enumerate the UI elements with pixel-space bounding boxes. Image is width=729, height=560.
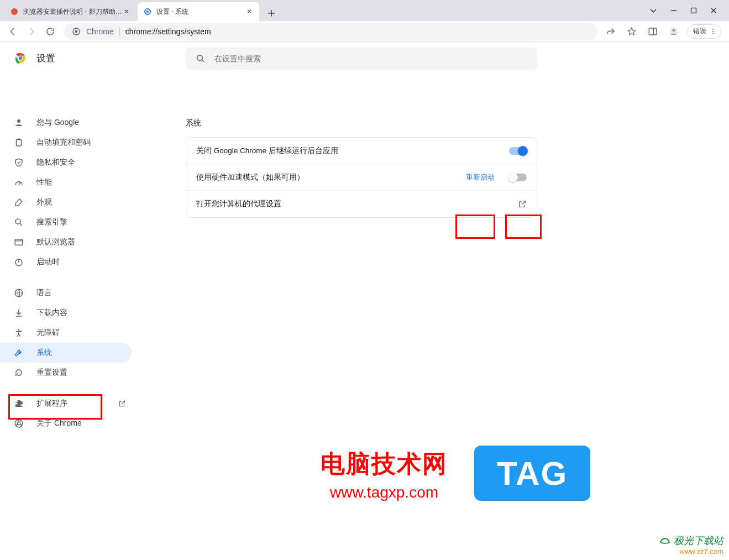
sidebar-item-label: 语言 (36, 288, 52, 298)
search-icon (196, 54, 206, 64)
restart-link[interactable]: 重新启动 (466, 172, 495, 182)
svg-rect-17 (17, 139, 22, 146)
watermark-line1: 电脑技术网 (321, 448, 448, 480)
wrench-icon (13, 348, 24, 358)
search-icon (13, 217, 24, 227)
sidepanel-icon[interactable] (645, 24, 660, 39)
puzzle-icon (13, 399, 24, 409)
chrome-icon (72, 27, 81, 36)
toggle-hardware-accel[interactable] (509, 174, 527, 181)
window-close-icon[interactable] (710, 7, 717, 14)
toolbar-right: 错误 (603, 24, 725, 39)
row-label: 打开您计算机的代理设置 (196, 199, 281, 209)
settings-search-input[interactable] (214, 54, 527, 63)
external-link-icon (518, 200, 527, 208)
forward-button[interactable] (23, 23, 40, 40)
kebab-icon (710, 28, 716, 35)
sidebar-item-autofill[interactable]: 自动填充和密码 (0, 133, 132, 153)
row-hardware-accel: 使用硬件加速模式（如果可用） 重新启动 (186, 164, 537, 191)
speed-icon (13, 177, 24, 187)
sidebar-item-label: 关于 Chrome (36, 418, 82, 428)
sidebar-item-label: 重置设置 (36, 368, 67, 378)
toggle-background-apps[interactable] (509, 147, 527, 155)
tab-close-icon[interactable]: ✕ (122, 7, 131, 16)
window-minimize-icon[interactable] (670, 7, 677, 14)
tab-strip: 浏览器安装插件说明 - 影刀帮助… ✕ 设置 - 系统 ✕ (0, 0, 729, 21)
person-icon (13, 118, 24, 128)
download-icon (13, 308, 24, 318)
browser-icon (13, 237, 24, 247)
address-bar[interactable]: Chrome chrome://settings/system (64, 23, 597, 40)
error-chip-label: 错误 (693, 27, 706, 36)
clipboard-icon (13, 138, 24, 148)
window-maximize-icon[interactable] (690, 7, 697, 14)
chrome-outline-icon (13, 418, 24, 428)
svg-point-0 (11, 8, 18, 15)
share-icon[interactable] (603, 24, 618, 39)
sidebar-item-reset[interactable]: 重置设置 (0, 363, 132, 383)
sidebar-item-label: 搜索引擎 (36, 217, 67, 227)
omnibox-divider (119, 27, 120, 36)
shield-icon (13, 158, 24, 168)
watermark-tagxp: 电脑技术网 www.tagxp.com (321, 448, 448, 501)
sidebar-item-system[interactable]: 系统 (0, 343, 132, 363)
omnibox-prefix: Chrome (86, 27, 114, 36)
sidebar-item-downloads[interactable]: 下载内容 (0, 303, 132, 323)
watermark-site-name: 极光下载站 (659, 534, 723, 547)
svg-point-2 (146, 11, 149, 13)
back-button[interactable] (4, 23, 21, 40)
sidebar-item-default-browser[interactable]: 默认浏览器 (0, 232, 132, 252)
system-card: 关闭 Google Chrome 后继续运行后台应用 使用硬件加速模式（如果可用… (186, 137, 537, 218)
svg-point-11 (712, 33, 714, 34)
tab-settings[interactable]: 设置 - 系统 ✕ (138, 2, 259, 21)
svg-rect-3 (691, 8, 696, 13)
settings-search[interactable] (186, 48, 537, 70)
watermark-line2: www.tagxp.com (321, 484, 448, 501)
browser-toolbar: Chrome chrome://settings/system 错误 (0, 21, 729, 42)
sidebar-item-label: 启动时 (36, 257, 60, 267)
section-title: 系统 (186, 118, 729, 128)
sidebar-item-privacy[interactable]: 隐私和安全 (0, 153, 132, 172)
sidebar-item-appearance[interactable]: 外观 (0, 192, 132, 212)
error-chip[interactable]: 错误 (687, 24, 721, 39)
sidebar-item-about[interactable]: 关于 Chrome (0, 414, 132, 433)
paint-icon (13, 197, 24, 207)
svg-point-10 (712, 31, 714, 32)
new-tab-button[interactable] (264, 6, 279, 21)
svg-point-25 (17, 422, 20, 425)
svg-point-23 (18, 329, 20, 331)
window-chevron-icon[interactable] (649, 7, 657, 14)
omnibox-url: chrome://settings/system (125, 27, 211, 36)
sidebar-item-label: 默认浏览器 (36, 237, 75, 247)
sidebar-item-extensions[interactable]: 扩展程序 (0, 394, 132, 414)
sidebar-item-label: 外观 (36, 197, 52, 207)
svg-point-5 (75, 30, 78, 33)
sidebar-item-language[interactable]: 语言 (0, 283, 132, 303)
tab-yingdao[interactable]: 浏览器安装插件说明 - 影刀帮助… ✕ (4, 2, 137, 21)
reload-button[interactable] (42, 23, 59, 40)
sidebar-item-label: 无障碍 (36, 328, 60, 338)
profile-avatar-icon[interactable] (666, 24, 681, 39)
watermark-site-url: www.xz7.com (659, 547, 723, 556)
watermark-xz7: 极光下载站 www.xz7.com (659, 534, 723, 556)
gear-favicon-icon (143, 7, 152, 16)
external-link-icon (118, 400, 126, 407)
bookmark-star-icon[interactable] (624, 24, 639, 39)
sidebar-item-you-and-google[interactable]: 您与 Google (0, 113, 132, 133)
globe-icon (13, 288, 24, 298)
watermark-tag-badge: TAG (474, 446, 590, 501)
svg-point-16 (17, 119, 20, 123)
sidebar-item-search-engine[interactable]: 搜索引擎 (0, 212, 132, 232)
sidebar-item-label: 隐私和安全 (36, 158, 75, 168)
sidebar-item-performance[interactable]: 性能 (0, 172, 132, 192)
sidebar-item-label: 您与 Google (36, 118, 79, 128)
svg-point-19 (15, 219, 20, 224)
sidebar-item-accessibility[interactable]: 无障碍 (0, 323, 132, 343)
power-icon (13, 257, 24, 267)
row-proxy-settings[interactable]: 打开您计算机的代理设置 (186, 191, 537, 217)
sidebar-item-label: 扩展程序 (36, 399, 67, 409)
chrome-logo-icon (13, 51, 28, 65)
svg-rect-18 (18, 139, 20, 140)
tab-close-icon[interactable]: ✕ (245, 7, 254, 16)
sidebar-item-startup[interactable]: 启动时 (0, 252, 132, 272)
